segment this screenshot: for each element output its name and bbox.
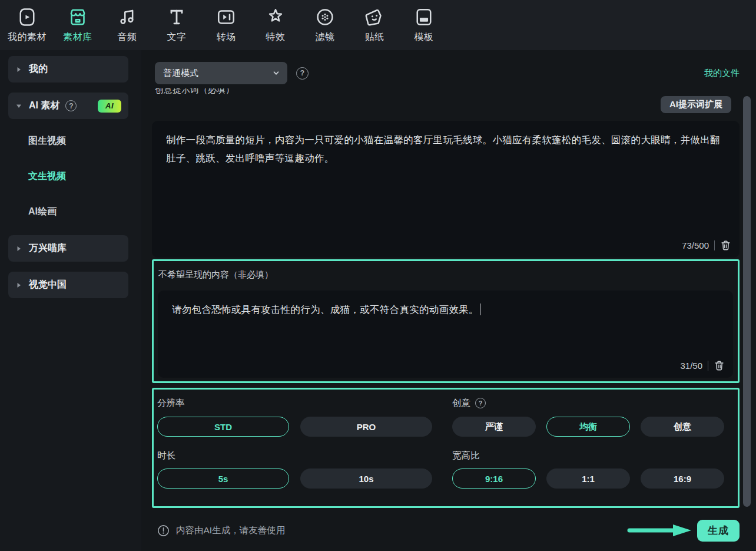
topnav-label: 贴纸 — [365, 31, 384, 44]
sidebar-group-ai-assets[interactable]: AI 素材 ? AI — [8, 93, 128, 119]
char-counter: 73/500 — [682, 240, 709, 250]
topnav-label: 音频 — [118, 31, 137, 44]
sidebar-group-mine[interactable]: 我的 — [8, 56, 128, 83]
sidebar-item-text-to-video[interactable]: 文生视频 — [0, 164, 141, 188]
topnav-label: 素材库 — [63, 31, 92, 44]
duration-option-5s[interactable]: 5s — [157, 468, 289, 489]
sidebar-ai-children: 图生视频 文生视频 AI绘画 — [0, 129, 141, 223]
aspect-option-1-1[interactable]: 1:1 — [546, 468, 630, 489]
topnav-item-effects[interactable]: 特效 — [251, 5, 300, 44]
trash-icon[interactable] — [714, 360, 725, 371]
chevron-down-icon — [16, 103, 22, 109]
options-right-column: 创意? 严谨 均衡 创意 宽高比 9:16 1:1 16:9 — [452, 390, 727, 489]
ai-badge: AI — [98, 100, 121, 113]
prompt-header: 创意提示词（必填） AI提示词扩展 — [152, 88, 740, 121]
sidebar-group-label: 视觉中国 — [29, 279, 67, 291]
negative-prompt-section: 不希望呈现的内容（非必填） 请勿包含恐怖或具有攻击性的行为、成猫，或不符合真实的… — [152, 259, 740, 383]
topnav-item-filters[interactable]: 滤镜 — [300, 5, 350, 44]
creativity-option-creative[interactable]: 创意 — [641, 417, 724, 437]
app-window: 我的素材 素材库 音频 文字 转场 — [0, 0, 756, 551]
chevron-right-icon — [16, 282, 22, 288]
scrollbar-thumb[interactable] — [743, 96, 751, 507]
notice-text: 内容由AI生成，请友善使用 — [176, 524, 285, 537]
topnav-item-audio[interactable]: 音频 — [102, 5, 152, 44]
aspect-option-16-9[interactable]: 16:9 — [641, 468, 724, 489]
creativity-option-strict[interactable]: 严谨 — [452, 417, 536, 437]
sidebar-group-label: 万兴喵库 — [29, 242, 67, 255]
creativity-option-balanced[interactable]: 均衡 — [546, 417, 630, 437]
sidebar-group-vcg[interactable]: 视觉中国 — [8, 272, 128, 298]
filter-icon — [313, 5, 337, 29]
mode-toolbar: 普通模式 ? 我的文件 — [155, 62, 740, 84]
footer-bar: 内容由AI生成，请友善使用 生成 — [152, 510, 740, 551]
sidebar: 我的 AI 素材 ? AI 图生视频 文生视频 AI绘画 万兴喵库 视觉中国 — [0, 50, 141, 551]
options-left-column: 分辨率 STD PRO 时长 5s 10s — [157, 390, 434, 489]
negative-prompt-textarea[interactable]: 请勿包含恐怖或具有攻击性的行为、成猫，或不符合真实的动画效果。 31/50 — [158, 291, 733, 378]
mode-select[interactable]: 普通模式 — [155, 62, 287, 84]
negative-prompt-text: 请勿包含恐怖或具有攻击性的行为、成猫，或不符合真实的动画效果。 — [158, 291, 733, 319]
sticker-icon — [363, 5, 386, 29]
main-panel: 普通模式 ? 我的文件 创意提示词（必填） AI提示词扩展 制作一段高质量的短片… — [141, 50, 756, 551]
char-counter: 31/50 — [680, 361, 702, 371]
transition-icon — [214, 5, 238, 29]
text-icon — [165, 5, 188, 29]
chevron-right-icon — [16, 246, 22, 252]
topnav-label: 滤镜 — [316, 31, 335, 44]
creativity-help-icon[interactable]: ? — [475, 398, 486, 408]
prompt-textarea[interactable]: 制作一段高质量的短片，内容为一只可爱的小猫在温馨的客厅里玩毛线球。小猫应有柔软蓬… — [152, 121, 740, 258]
sidebar-item-label: 图生视频 — [28, 135, 66, 147]
sidebar-group-wondershare-library[interactable]: 万兴喵库 — [8, 235, 128, 262]
topnav-item-text[interactable]: 文字 — [152, 5, 201, 44]
sidebar-item-label: AI绘画 — [28, 206, 57, 218]
effects-icon — [264, 5, 287, 29]
sidebar-item-label: 文生视频 — [28, 170, 66, 183]
scroll-content: 创意提示词（必填） AI提示词扩展 制作一段高质量的短片，内容为一只可爱的小猫在… — [152, 88, 740, 510]
topnav-item-templates[interactable]: 模板 — [399, 5, 449, 44]
sidebar-item-ai-painting[interactable]: AI绘画 — [0, 200, 141, 223]
topnav-label: 转场 — [217, 31, 236, 44]
chevron-right-icon — [16, 67, 22, 72]
mode-select-value: 普通模式 — [163, 68, 198, 79]
ai-prompt-expand-button[interactable]: AI提示词扩展 — [661, 96, 731, 113]
template-icon — [412, 5, 436, 29]
resolution-option-std[interactable]: STD — [157, 417, 289, 437]
help-icon[interactable]: ? — [65, 100, 77, 111]
topnav-item-stickers[interactable]: 贴纸 — [350, 5, 399, 44]
aspect-option-9-16[interactable]: 9:16 — [452, 468, 536, 489]
resolution-label: 分辨率 — [157, 397, 434, 410]
resolution-option-pro[interactable]: PRO — [300, 417, 432, 437]
duration-option-10s[interactable]: 10s — [300, 468, 432, 489]
sidebar-group-label: AI 素材 — [29, 100, 59, 112]
aspect-ratio-label: 宽高比 — [452, 449, 727, 462]
sidebar-item-image-to-video[interactable]: 图生视频 — [0, 129, 141, 153]
creativity-choices: 严谨 均衡 创意 — [452, 417, 727, 437]
topnav-item-my-media[interactable]: 我的素材 — [1, 5, 53, 44]
topnav-label: 文字 — [167, 31, 187, 44]
text-cursor — [480, 303, 481, 315]
mode-help-icon[interactable]: ? — [296, 67, 309, 80]
sidebar-group-label: 我的 — [29, 63, 48, 75]
annotation-arrow-icon — [626, 524, 692, 537]
my-files-link[interactable]: 我的文件 — [704, 68, 740, 79]
chevron-down-icon — [272, 69, 280, 77]
duration-choices: 5s 10s — [157, 468, 434, 489]
top-navigation: 我的素材 素材库 音频 文字 转场 — [0, 0, 756, 50]
trash-icon[interactable] — [720, 240, 731, 251]
topnav-label: 我的素材 — [8, 31, 47, 44]
ai-content-notice: 内容由AI生成，请友善使用 — [157, 524, 285, 537]
topnav-item-stock-library[interactable]: 素材库 — [53, 5, 102, 44]
aspect-ratio-choices: 9:16 1:1 16:9 — [452, 468, 727, 489]
creativity-label: 创意? — [452, 397, 727, 410]
prompt-text: 制作一段高质量的短片，内容为一只可爱的小猫在温馨的客厅里玩毛线球。小猫应有柔软蓬… — [152, 121, 740, 167]
topnav-label: 模板 — [415, 31, 434, 44]
divider — [708, 361, 708, 371]
info-icon — [157, 524, 170, 537]
music-icon — [115, 5, 139, 29]
negative-prompt-label: 不希望呈现的内容（非必填） — [158, 269, 273, 281]
negative-prompt-footer: 31/50 — [680, 360, 725, 371]
topnav-item-transition[interactable]: 转场 — [201, 5, 251, 44]
generate-button[interactable]: 生成 — [697, 520, 740, 542]
my-media-icon — [15, 5, 39, 29]
divider — [714, 240, 715, 250]
prompt-label: 创意提示词（必填） — [155, 88, 234, 95]
